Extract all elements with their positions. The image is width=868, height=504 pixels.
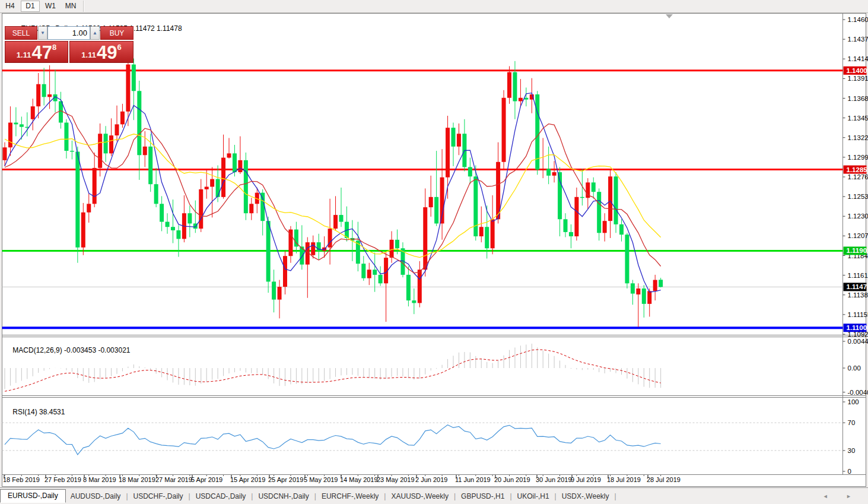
svg-text:18 Jul 2019: 18 Jul 2019	[607, 476, 641, 483]
svg-text:1.11385: 1.11385	[848, 291, 868, 299]
svg-text:1.12535: 1.12535	[848, 193, 868, 200]
svg-text:1.11155: 1.11155	[848, 311, 868, 318]
tab-eurusd-daily[interactable]: EURUSD-,Daily	[0, 489, 66, 503]
tab-scroll-arrows[interactable]: ◄ ►	[823, 493, 860, 499]
svg-text:30: 30	[848, 447, 856, 454]
svg-text:1.12851: 1.12851	[847, 166, 868, 173]
svg-text:1.12305: 1.12305	[848, 213, 868, 220]
svg-text:1.13685: 1.13685	[848, 95, 868, 102]
price-chart-canvas[interactable]: 1.146051.143751.141451.139151.136851.134…	[0, 0, 868, 504]
svg-text:1.12765: 1.12765	[848, 173, 868, 180]
volume-decrease-button[interactable]: ▼	[38, 26, 47, 40]
timeframe-button-w1[interactable]: W1	[41, 1, 60, 12]
svg-text:1.14145: 1.14145	[848, 55, 868, 62]
sell-price-display[interactable]: 1.11478	[5, 41, 68, 63]
macd-indicator-label: MACD(12,26,9) -0.003453 -0.003021	[5, 338, 131, 363]
svg-text:23 May 2019: 23 May 2019	[377, 476, 415, 483]
price-tag: 1.14009	[844, 66, 868, 75]
tab-xauusd-weekly[interactable]: XAUUSD-,Weekly	[386, 491, 453, 502]
rsi-indicator-label: RSI(14) 38.4531	[5, 400, 65, 424]
svg-text:9 Jul 2019: 9 Jul 2019	[571, 476, 601, 483]
trading-platform-window: 1.146051.143751.141451.139151.136851.134…	[0, 0, 868, 504]
svg-text:1.11478: 1.11478	[847, 283, 868, 290]
price-tag: 1.12851	[844, 166, 868, 174]
buy-price-display[interactable]: 1.11496	[69, 41, 133, 63]
svg-text:2 Jun 2019: 2 Jun 2019	[415, 476, 447, 483]
tab-eurchf-weekly[interactable]: EURCHF-,Weekly	[317, 491, 383, 502]
svg-text:18 Mar 2019: 18 Mar 2019	[119, 476, 155, 483]
svg-text:1.12075: 1.12075	[848, 232, 868, 239]
rsi-value: 38.4531	[39, 408, 65, 416]
tab-usdcad-daily[interactable]: USDCAD-,Daily	[191, 491, 251, 502]
svg-text:100: 100	[848, 398, 859, 405]
svg-text:1.14009: 1.14009	[847, 67, 868, 74]
tab-gbpusd-h1[interactable]: GBPUSD-,H1	[456, 491, 509, 502]
chart-tabs-bar: EURUSD-,DailyAUDUSD-,Daily|USDCHF-,Daily…	[0, 487, 868, 504]
tab-separator: |	[189, 492, 190, 500]
price-tag: 1.11000	[844, 324, 868, 332]
svg-text:8 Mar 2019: 8 Mar 2019	[83, 476, 116, 483]
timeframe-button-d1[interactable]: D1	[21, 1, 40, 12]
volume-input[interactable]	[47, 26, 90, 40]
svg-text:18 Feb 2019: 18 Feb 2019	[3, 476, 40, 483]
volume-stepper: ▼ ▲	[38, 26, 100, 40]
svg-text:1.13915: 1.13915	[848, 75, 868, 82]
svg-text:1.11901: 1.11901	[847, 247, 868, 254]
svg-text:5 May 2019: 5 May 2019	[304, 476, 338, 483]
svg-text:0: 0	[848, 468, 851, 475]
tab-separator: |	[555, 492, 557, 500]
svg-text:27 Mar 2019: 27 Mar 2019	[155, 476, 192, 483]
price-tag: 1.11901	[844, 246, 868, 255]
svg-text:1.11615: 1.11615	[848, 272, 868, 279]
tab-separator: |	[384, 492, 386, 500]
volume-increase-button[interactable]: ▲	[90, 26, 100, 40]
sell-button[interactable]: SELL	[5, 26, 37, 40]
svg-text:30 Jun 2019: 30 Jun 2019	[536, 476, 572, 483]
timeframe-button-mn[interactable]: MN	[61, 1, 80, 12]
timeframe-button-h4[interactable]: H4	[1, 1, 20, 12]
svg-text:11 Jun 2019: 11 Jun 2019	[455, 476, 491, 483]
svg-text:15 Apr 2019: 15 Apr 2019	[230, 476, 265, 483]
timeframe-toolbar: H4D1W1MN	[0, 0, 868, 13]
tab-audusd-daily[interactable]: AUDUSD-,Daily	[66, 491, 126, 502]
macd-values: -0.003453 -0.003021	[64, 346, 130, 354]
svg-text:-0.004048: -0.004048	[848, 389, 868, 396]
tab-separator: |	[126, 492, 128, 500]
svg-text:1.13225: 1.13225	[848, 134, 868, 141]
svg-text:0.00: 0.00	[848, 364, 861, 372]
tab-separator: |	[510, 492, 511, 500]
svg-text:1.14605: 1.14605	[848, 16, 868, 23]
svg-text:1.13455: 1.13455	[848, 115, 868, 122]
svg-text:70: 70	[848, 419, 856, 426]
svg-text:1.11000: 1.11000	[847, 324, 868, 331]
tab-separator: |	[454, 492, 456, 500]
tab-usdchf-daily[interactable]: USDCHF-,Daily	[129, 491, 188, 502]
svg-text:28 Jul 2019: 28 Jul 2019	[647, 476, 681, 483]
svg-text:25 Apr 2019: 25 Apr 2019	[268, 476, 303, 483]
price-tag: 1.11478	[844, 283, 868, 291]
svg-text:1.12995: 1.12995	[848, 154, 868, 161]
one-click-trading-panel: SELL ▼ ▲ BUY 1.11478 1.11496	[5, 26, 133, 63]
svg-text:14 May 2019: 14 May 2019	[340, 476, 378, 483]
svg-text:1.14375: 1.14375	[848, 36, 868, 43]
tab-separator: |	[615, 492, 616, 500]
tab-usdcnh-daily[interactable]: USDCNH-,Daily	[253, 491, 313, 502]
date-axis[interactable]: 18 Feb 201927 Feb 20198 Mar 201918 Mar 2…	[3, 475, 681, 483]
tab-separator: |	[314, 492, 316, 500]
tab-usdx-weekly[interactable]: USDX-,Weekly	[557, 491, 614, 502]
buy-button[interactable]: BUY	[100, 26, 133, 40]
tab-separator: |	[251, 492, 253, 500]
toolbar-separator	[83, 1, 84, 12]
svg-text:27 Feb 2019: 27 Feb 2019	[44, 476, 81, 483]
svg-text:5 Apr 2019: 5 Apr 2019	[191, 476, 222, 483]
svg-text:0.004481: 0.004481	[848, 338, 868, 345]
svg-text:20 Jun 2019: 20 Jun 2019	[494, 476, 530, 483]
tab-ukoil-h1[interactable]: UKOil-,H1	[513, 491, 554, 502]
